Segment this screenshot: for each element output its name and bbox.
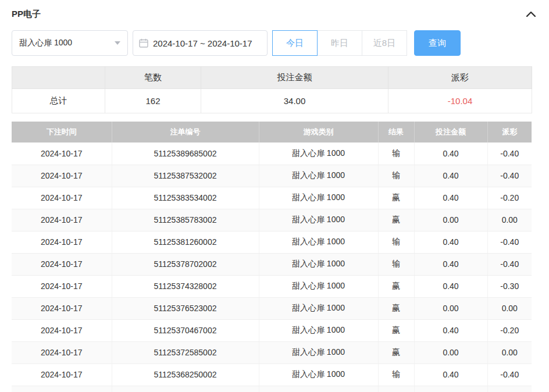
bet-table-body: 2024-10-1751125389685002甜入心扉 1000输0.40-0… [12, 142, 532, 392]
order-number-cell: 51125370467002 [112, 319, 259, 341]
payout-cell: -0.20 [487, 319, 532, 341]
game-category-cell: 甜入心扉 1000 [259, 142, 378, 165]
bet-time-cell: 2024-10-17 [12, 165, 112, 187]
result-cell: 输 [378, 142, 414, 165]
bet-time-cell: 2024-10-17 [12, 231, 112, 253]
column-header-result: 结果 [378, 122, 414, 142]
date-range-input[interactable]: 2024-10-17 ~ 2024-10-17 [133, 30, 268, 56]
table-row: 2024-10-1751125370467002甜入心扉 1000赢0.40-0… [12, 319, 532, 341]
summary-total-bet-amount: 34.00 [201, 89, 388, 113]
order-number-cell: 51125372585002 [112, 341, 259, 364]
collapse-chevron-up-icon[interactable] [525, 8, 537, 20]
pp-electronic-panel: PP电子 甜入心扉 1000 2024-10-17 ~ 2024-10-17 [0, 0, 549, 392]
game-category-cell: 甜入心扉 1000 [259, 275, 378, 297]
bet-amount-cell: 0.00 [414, 341, 487, 364]
game-category-cell: 甜入心扉 1000 [259, 364, 378, 386]
payout-cell: 0.00 [487, 297, 532, 319]
table-row: 2024-10-1751125383534002甜入心扉 1000赢0.40-0… [12, 187, 532, 209]
bet-amount-cell: 0.40 [414, 142, 487, 165]
bet-time-cell: 2024-10-17 [12, 142, 112, 165]
table-row: 2024-10-1751125389685002甜入心扉 1000输0.40-0… [12, 142, 532, 165]
payout-cell: 0.00 [487, 209, 532, 231]
table-row: 2024-10-1751125378702002甜入心扉 1000输0.40-0… [12, 253, 532, 275]
column-header-bet-time: 下注时间 [12, 122, 112, 142]
summary-header-payout: 派彩 [388, 67, 532, 89]
quick-button-last8days[interactable]: 近8日 [362, 30, 407, 56]
payout-cell: -0.40 [487, 142, 532, 165]
order-number-cell: 51125368250002 [112, 364, 259, 386]
game-category-cell: 甜入心扉 1000 [259, 341, 378, 364]
column-header-payout: 派彩 [487, 122, 532, 142]
bet-amount-cell: 0.00 [414, 209, 487, 231]
payout-cell: 0.00 [487, 386, 532, 392]
table-row: 2024-10-1751125374328002甜入心扉 1000赢0.40-0… [12, 275, 532, 297]
bet-time-cell: 2024-10-17 [12, 364, 112, 386]
bet-time-cell: 2024-10-17 [12, 187, 112, 209]
result-cell: 输 [378, 165, 414, 187]
result-cell: 输 [378, 364, 414, 386]
result-cell: 赢 [378, 386, 414, 392]
bet-time-cell: 2024-10-17 [12, 341, 112, 364]
column-header-game-category: 游戏类别 [259, 122, 378, 142]
table-row: 2024-10-1751125381260002甜入心扉 1000输0.40-0… [12, 231, 532, 253]
calendar-icon [139, 38, 148, 48]
filter-bar: 甜入心扉 1000 2024-10-17 ~ 2024-10-17 今日 昨日 … [12, 30, 537, 56]
result-cell: 赢 [378, 319, 414, 341]
summary-header-bet-amount: 投注金额 [201, 67, 388, 89]
result-cell: 输 [378, 253, 414, 275]
order-number-cell: 51125376523002 [112, 297, 259, 319]
order-number-cell: 51125387532002 [112, 165, 259, 187]
game-category-cell: 甜入心扉 1000 [259, 231, 378, 253]
select-caret-icon [115, 41, 120, 45]
chevron-up-icon [526, 11, 536, 17]
game-category-cell: 甜入心扉 1000 [259, 386, 378, 392]
bet-amount-cell: 0.40 [414, 165, 487, 187]
payout-cell: -0.40 [487, 165, 532, 187]
bet-amount-cell: 0.40 [414, 231, 487, 253]
game-category-cell: 甜入心扉 1000 [259, 319, 378, 341]
bet-amount-cell: 0.40 [414, 253, 487, 275]
bet-time-cell: 2024-10-17 [12, 386, 112, 392]
payout-cell: -0.40 [487, 231, 532, 253]
order-number-cell: 51125365368002 [112, 386, 259, 392]
game-category-cell: 甜入心扉 1000 [259, 165, 378, 187]
quick-button-today[interactable]: 今日 [272, 30, 318, 56]
column-header-bet-amount: 投注金额 [414, 122, 487, 142]
search-button[interactable]: 查询 [414, 30, 461, 56]
bet-time-cell: 2024-10-17 [12, 319, 112, 341]
order-number-cell: 51125381260002 [112, 231, 259, 253]
table-row: 2024-10-1751125385783002甜入心扉 1000赢0.000.… [12, 209, 532, 231]
bet-amount-cell: 0.00 [414, 386, 487, 392]
payout-cell: 0.00 [487, 341, 532, 364]
summary-total-count: 162 [105, 89, 201, 113]
bet-amount-cell: 0.40 [414, 364, 487, 386]
game-category-cell: 甜入心扉 1000 [259, 297, 378, 319]
result-cell: 赢 [378, 297, 414, 319]
result-cell: 赢 [378, 187, 414, 209]
summary-header-count: 笔数 [105, 67, 201, 89]
summary-table: 笔数 投注金额 派彩 总计 162 34.00 -10.04 [12, 66, 532, 113]
bet-time-cell: 2024-10-17 [12, 297, 112, 319]
date-range-value: 2024-10-17 ~ 2024-10-17 [153, 38, 252, 48]
bet-table-header-row: 下注时间 注单编号 游戏类别 结果 投注金额 派彩 [12, 122, 532, 142]
table-row: 2024-10-1751125376523002甜入心扉 1000赢0.000.… [12, 297, 532, 319]
bet-amount-cell: 0.40 [414, 319, 487, 341]
summary-total-label: 总计 [12, 89, 105, 113]
bet-amount-cell: 0.40 [414, 275, 487, 297]
bet-time-cell: 2024-10-17 [12, 209, 112, 231]
payout-cell: -0.20 [487, 187, 532, 209]
quick-button-yesterday[interactable]: 昨日 [317, 30, 362, 56]
summary-total-payout: -10.04 [388, 89, 532, 113]
table-row: 2024-10-1751125372585002甜入心扉 1000赢0.000.… [12, 341, 532, 364]
game-category-cell: 甜入心扉 1000 [259, 187, 378, 209]
bet-records-table: 下注时间 注单编号 游戏类别 结果 投注金额 派彩 2024-10-175112… [12, 122, 532, 392]
order-number-cell: 51125385783002 [112, 209, 259, 231]
order-number-cell: 51125378702002 [112, 253, 259, 275]
bet-time-cell: 2024-10-17 [12, 253, 112, 275]
quick-date-group: 今日 昨日 近8日 [272, 30, 407, 56]
result-cell: 赢 [378, 341, 414, 364]
result-cell: 赢 [378, 209, 414, 231]
game-select[interactable]: 甜入心扉 1000 [12, 30, 128, 56]
game-select-value: 甜入心扉 1000 [19, 38, 72, 48]
game-category-cell: 甜入心扉 1000 [259, 209, 378, 231]
